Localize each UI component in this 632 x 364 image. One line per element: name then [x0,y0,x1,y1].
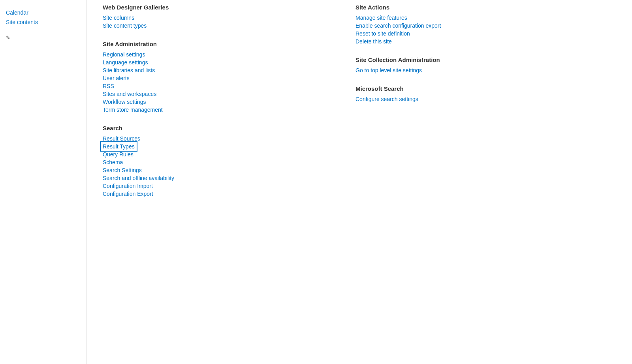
sidebar: CalendarSite contents ✎ [0,0,87,364]
link-search-settings[interactable]: Search Settings [103,166,324,174]
link-delete-this-site[interactable]: Delete this site [356,38,553,45]
link-workflow-settings[interactable]: Workflow settings [103,98,324,106]
link-query-rules[interactable]: Query Rules [103,150,324,158]
link-configure-search-settings[interactable]: Configure search settings [356,95,553,103]
section-heading-site-collection-administration: Site Collection Administration [356,56,553,63]
link-site-libraries-and-lists[interactable]: Site libraries and lists [103,66,324,74]
link-configuration-import[interactable]: Configuration Import [103,182,324,190]
link-term-store-management[interactable]: Term store management [103,106,324,114]
link-configuration-export[interactable]: Configuration Export [103,190,324,198]
link-result-sources[interactable]: Result Sources [103,135,324,143]
link-rss[interactable]: RSS [103,82,324,90]
section-site-collection-administration: Site Collection AdministrationGo to top … [356,56,553,74]
page-container: CalendarSite contents ✎ Web Designer Gal… [0,0,632,364]
link-result-types[interactable]: Result Types [101,143,136,150]
link-go-to-top-level-site-settings[interactable]: Go to top level site settings [356,66,553,74]
section-heading-site-actions: Site Actions [356,4,553,11]
sidebar-nav: CalendarSite contents [6,8,81,27]
link-enable-search-configuration-export[interactable]: Enable search configuration export [356,22,553,30]
section-site-actions: Site ActionsManage site featuresEnable s… [356,4,553,45]
link-manage-site-features[interactable]: Manage site features [356,14,553,22]
edit-icon: ✎ [6,35,10,41]
link-site-columns[interactable]: Site columns [103,14,324,22]
left-column: Web Designer GalleriesSite columnsSite c… [103,4,324,360]
section-microsoft-search: Microsoft SearchConfigure search setting… [356,85,553,103]
edit-links[interactable]: ✎ [6,35,81,41]
link-language-settings[interactable]: Language settings [103,58,324,66]
main-content: Web Designer GalleriesSite columnsSite c… [87,0,632,364]
sidebar-item-calendar[interactable]: Calendar [6,8,81,17]
section-heading-search: Search [103,125,324,131]
link-sites-and-workspaces[interactable]: Sites and workspaces [103,90,324,98]
section-site-administration: Site AdministrationRegional settingsLang… [103,41,324,114]
section-web-designer-galleries: Web Designer GalleriesSite columnsSite c… [103,4,324,30]
link-site-content-types[interactable]: Site content types [103,22,324,30]
link-search-and-offline-availability[interactable]: Search and offline availability [103,174,324,182]
link-regional-settings[interactable]: Regional settings [103,51,324,58]
section-heading-site-administration: Site Administration [103,41,324,47]
link-user-alerts[interactable]: User alerts [103,74,324,82]
right-column: Site ActionsManage site featuresEnable s… [356,4,553,360]
link-reset-to-site-definition[interactable]: Reset to site definition [356,30,553,38]
section-heading-web-designer-galleries: Web Designer Galleries [103,4,324,11]
link-schema[interactable]: Schema [103,158,324,166]
sidebar-item-site-contents[interactable]: Site contents [6,17,81,27]
section-search: SearchResult SourcesResult TypesQuery Ru… [103,125,324,198]
section-heading-microsoft-search: Microsoft Search [356,85,553,92]
